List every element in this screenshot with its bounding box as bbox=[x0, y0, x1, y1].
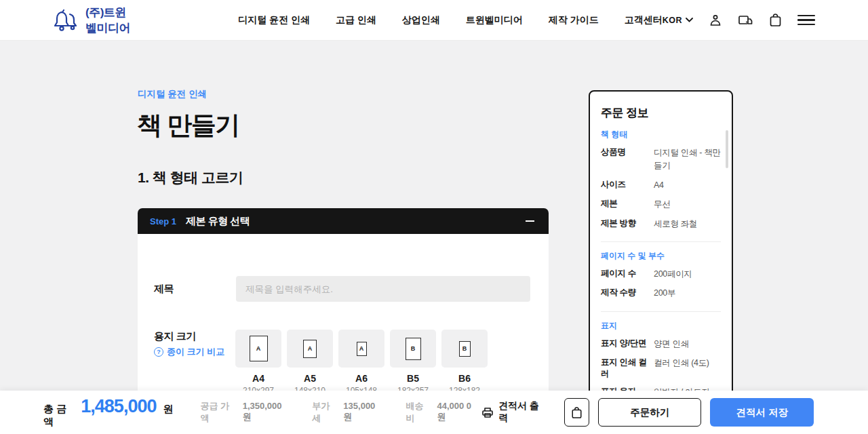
order-info-title: 주문 정보 bbox=[601, 105, 721, 121]
order-row-value: A4 bbox=[654, 179, 721, 192]
total-label: 총 금액 bbox=[43, 403, 74, 429]
breakdown-value: 135,000 원 bbox=[343, 401, 385, 423]
collapse-icon[interactable] bbox=[523, 214, 536, 228]
order-row-value: 양면 인쇄 bbox=[654, 338, 721, 351]
order-row: 사이즈 A4 bbox=[601, 179, 721, 192]
panel-scrollbar[interactable] bbox=[726, 130, 728, 168]
order-row-key: 사이즈 bbox=[601, 179, 654, 192]
total-amount: 1,485,000 bbox=[81, 396, 156, 417]
add-to-cart-button[interactable] bbox=[564, 398, 589, 427]
paper-icon: A bbox=[357, 342, 367, 356]
order-row-key: 제본 bbox=[601, 198, 654, 211]
nav-customer-center[interactable]: 고객센터 bbox=[625, 14, 663, 26]
chevron-down-icon bbox=[686, 18, 693, 22]
order-row-key: 제본 방향 bbox=[601, 218, 654, 231]
breakdown-label: 부가세 bbox=[312, 400, 338, 425]
paper-size-label: 용지 크기 bbox=[154, 330, 196, 343]
paper-size-option-a4[interactable]: A A4 210x297 bbox=[235, 330, 281, 395]
logo-text: (주)트윈벨미디어 bbox=[85, 5, 131, 36]
paper-size-option-a6[interactable]: A A6 105x148 bbox=[338, 330, 384, 395]
order-row-key: 제작 수량 bbox=[601, 287, 654, 300]
order-row-value: 200부 bbox=[654, 287, 721, 300]
page-title: 책 만들기 bbox=[137, 108, 239, 142]
bag-icon bbox=[571, 406, 583, 419]
breakdown-value: 44,000 0 원 bbox=[437, 401, 481, 423]
order-button[interactable]: 주문하기 bbox=[598, 398, 702, 427]
paper-size-name: B5 bbox=[407, 373, 419, 384]
order-row-key: 표지 양/단면 bbox=[601, 338, 654, 351]
vat: 부가세 135,000 원 bbox=[312, 400, 385, 425]
divider bbox=[601, 241, 721, 242]
order-row: 표지 인쇄 컬러 컬러 인쇄 (4도) bbox=[601, 357, 721, 380]
order-row-value: 디지털 인쇄 - 책만들기 bbox=[654, 146, 721, 173]
order-row: 상품명 디지털 인쇄 - 책만들기 bbox=[601, 146, 721, 173]
order-row: 제본 방향 세로형 좌철 bbox=[601, 218, 721, 231]
total-price: 총 금액 1,485,000 원 bbox=[43, 396, 173, 429]
breakdown-label: 공급 가액 bbox=[200, 400, 237, 425]
paper-icon: B bbox=[406, 338, 421, 360]
user-icon[interactable] bbox=[708, 13, 723, 28]
breakdown-label: 배송비 bbox=[406, 400, 431, 425]
supply-price: 공급 가액 1,350,000 원 bbox=[200, 400, 292, 425]
paper-size-compare-link[interactable]: ? 종이 크기 비교 bbox=[154, 346, 224, 358]
order-row-key: 페이지 수 bbox=[601, 268, 654, 281]
header: (주)트윈벨미디어 디지털 윤전 인쇄 고급 인쇄 상업인쇄 트윈벨미디어 제작… bbox=[0, 0, 868, 41]
paper-size-name: A4 bbox=[252, 373, 264, 384]
nav-commercial-print[interactable]: 상업인쇄 bbox=[402, 14, 440, 26]
total-unit: 원 bbox=[163, 403, 173, 416]
nav-digital-rotary-print[interactable]: 디지털 윤전 인쇄 bbox=[238, 14, 310, 26]
section-label-cover: 표지 bbox=[601, 320, 721, 332]
order-row-value: 무선 bbox=[654, 198, 721, 211]
nav-premium-print[interactable]: 고급 인쇄 bbox=[336, 14, 376, 26]
paper-size-name: A5 bbox=[304, 373, 316, 384]
footer-actions: 견적서 출력 주문하기 견적서 저장 bbox=[481, 398, 814, 427]
order-row-value: 200페이지 bbox=[654, 268, 721, 281]
language-label: KOR bbox=[663, 16, 682, 25]
save-quote-button[interactable]: 견적서 저장 bbox=[710, 398, 814, 427]
order-row-value: 세로형 좌철 bbox=[654, 218, 721, 231]
paper-size-option-b6[interactable]: B B6 128x182 bbox=[441, 330, 488, 395]
order-row: 제작 수량 200부 bbox=[601, 287, 721, 300]
cart-bag-icon[interactable] bbox=[768, 13, 783, 28]
step-title: 제본 유형 선택 bbox=[186, 215, 250, 228]
section-label-book-type: 책 형태 bbox=[601, 129, 721, 140]
footer-bar: 총 금액 1,485,000 원 공급 가액 1,350,000 원 부가세 1… bbox=[0, 391, 868, 434]
main-nav: 디지털 윤전 인쇄 고급 인쇄 상업인쇄 트윈벨미디어 제작 가이드 고객센터 bbox=[238, 14, 663, 26]
print-quote-link[interactable]: 견적서 출력 bbox=[481, 400, 547, 425]
step1-header[interactable]: Step 1 제본 유형 선택 bbox=[138, 208, 549, 234]
paper-size-name: B6 bbox=[458, 373, 471, 384]
print-quote-label: 견적서 출력 bbox=[498, 400, 547, 425]
order-row: 페이지 수 200페이지 bbox=[601, 268, 721, 281]
order-row: 표지 양/단면 양면 인쇄 bbox=[601, 338, 721, 351]
paper-size-options: A A4 210x297 A A5 148x210 A A6 105x148 B… bbox=[235, 330, 488, 395]
nav-production-guide[interactable]: 제작 가이드 bbox=[549, 14, 599, 26]
nav-twinbell-media[interactable]: 트윈벨미디어 bbox=[466, 14, 523, 26]
paper-size-option-b5[interactable]: B B5 182x257 bbox=[390, 330, 436, 395]
section-heading: 1. 책 형태 고르기 bbox=[138, 168, 243, 187]
title-input[interactable] bbox=[236, 276, 530, 302]
title-field-label: 제목 bbox=[154, 283, 174, 296]
shipping-fee: 배송비 44,000 0 원 bbox=[406, 400, 481, 425]
hamburger-menu-icon[interactable] bbox=[797, 15, 815, 25]
order-row: 제본 무선 bbox=[601, 198, 721, 211]
paper-size-option-a5[interactable]: A A5 148x210 bbox=[287, 330, 333, 395]
order-row-key: 상품명 bbox=[601, 146, 654, 173]
language-selector[interactable]: KOR bbox=[663, 16, 693, 25]
divider bbox=[601, 311, 721, 312]
order-row-value: 컬러 인쇄 (4도) bbox=[654, 357, 721, 380]
step-number: Step 1 bbox=[150, 216, 176, 226]
paper-size-name: A6 bbox=[355, 373, 368, 384]
paper-icon: A bbox=[250, 336, 268, 361]
breadcrumb[interactable]: 디지털 윤전 인쇄 bbox=[138, 88, 207, 100]
question-circle-icon: ? bbox=[154, 347, 163, 357]
section-label-pages: 페이지 수 및 부수 bbox=[601, 250, 721, 262]
logo[interactable]: (주)트윈벨미디어 bbox=[53, 5, 131, 36]
bell-logo-icon bbox=[53, 7, 81, 33]
page: (주)트윈벨미디어 디지털 윤전 인쇄 고급 인쇄 상업인쇄 트윈벨미디어 제작… bbox=[0, 0, 868, 434]
order-info-panel: 주문 정보 책 형태 상품명 디지털 인쇄 - 책만들기 사이즈 A4 제본 무… bbox=[589, 90, 733, 402]
printer-icon bbox=[481, 407, 494, 418]
paper-icon: B bbox=[459, 341, 471, 357]
price-breakdown: 공급 가액 1,350,000 원 부가세 135,000 원 배송비 44,0… bbox=[200, 400, 481, 425]
breakdown-value: 1,350,000 원 bbox=[243, 401, 292, 423]
delivery-truck-icon[interactable] bbox=[738, 13, 753, 28]
